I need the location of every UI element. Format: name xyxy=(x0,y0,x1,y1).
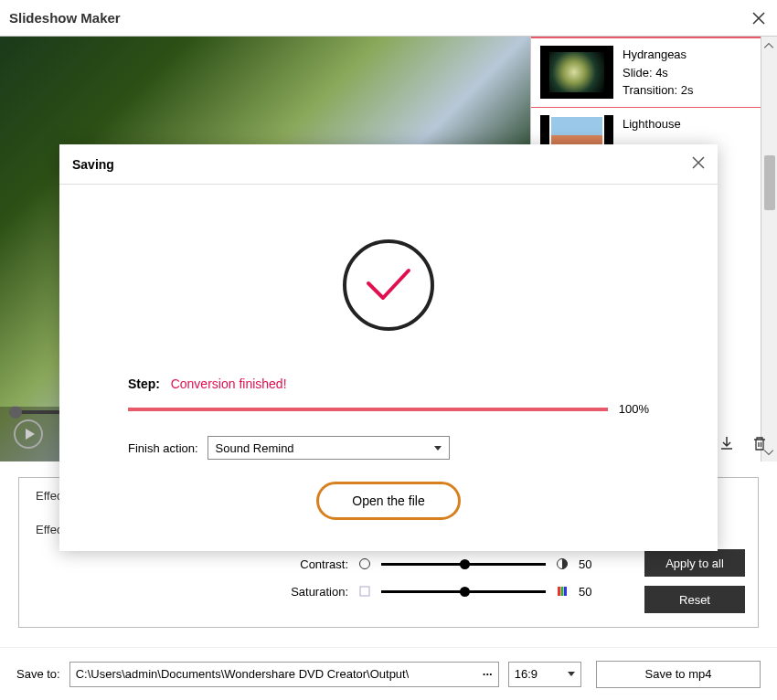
window-close-button[interactable] xyxy=(750,9,768,27)
success-check-icon xyxy=(343,239,434,331)
slide-item[interactable]: Hydrangeas Slide: 4s Transition: 2s xyxy=(531,38,777,108)
apply-to-all-button[interactable]: Apply to all xyxy=(644,549,745,577)
browse-more-icon[interactable]: ··· xyxy=(483,667,493,681)
saturation-max-icon xyxy=(555,584,569,599)
contrast-max-icon xyxy=(555,557,569,571)
saturation-slider[interactable] xyxy=(381,590,546,593)
close-icon xyxy=(752,12,765,25)
slide-name: Lighthouse xyxy=(623,115,681,133)
chevron-down-icon xyxy=(434,446,442,451)
bottom-bar: Save to: C:\Users\admin\Documents\Wonder… xyxy=(0,647,777,700)
finish-action-row: Finish action: Sound Remind xyxy=(128,436,649,460)
contrast-row: Contrast: 50 xyxy=(36,557,741,571)
slide-duration: Slide: 4s xyxy=(623,64,694,82)
step-label: Step: xyxy=(128,377,160,391)
output-path-text: C:\Users\admin\Documents\Wondershare DVD… xyxy=(76,667,410,681)
progress-row: 100% xyxy=(128,402,649,416)
play-icon xyxy=(26,429,35,440)
window-titlebar: Slideshow Maker xyxy=(0,0,777,37)
aspect-ratio-select[interactable]: 16:9 xyxy=(508,662,581,687)
open-file-button[interactable]: Open the file xyxy=(316,482,460,520)
play-button[interactable] xyxy=(14,419,43,449)
svg-rect-2 xyxy=(360,587,369,596)
progress-bar xyxy=(128,408,608,411)
window-title: Slideshow Maker xyxy=(9,10,121,26)
contrast-slider-thumb[interactable] xyxy=(460,559,470,569)
step-row: Step: Conversion finished! xyxy=(128,377,649,391)
dialog-header: Saving xyxy=(59,144,718,185)
slide-meta: Lighthouse xyxy=(623,115,681,133)
dialog-close-button[interactable] xyxy=(692,156,705,173)
finish-action-label: Finish action: xyxy=(128,441,198,455)
saturation-value: 50 xyxy=(579,585,604,599)
saturation-slider-thumb[interactable] xyxy=(460,587,470,597)
saturation-row: Saturation: 50 xyxy=(36,584,741,599)
contrast-slider[interactable] xyxy=(381,563,546,566)
dialog-title: Saving xyxy=(72,157,114,172)
progress-percent: 100% xyxy=(619,402,649,416)
slide-meta: Hydrangeas Slide: 4s Transition: 2s xyxy=(623,46,694,100)
finish-action-select[interactable]: Sound Remind xyxy=(208,436,450,460)
chevron-down-icon xyxy=(568,672,575,676)
contrast-value: 50 xyxy=(579,557,604,571)
save-to-mp4-button[interactable]: Save to mp4 xyxy=(596,661,761,688)
contrast-label: Contrast: xyxy=(280,557,348,571)
slide-name: Hydrangeas xyxy=(623,46,694,64)
download-icon[interactable] xyxy=(718,435,735,451)
close-icon xyxy=(692,156,705,169)
svg-point-0 xyxy=(360,559,370,569)
sidebar-scrollbar[interactable] xyxy=(761,37,777,461)
svg-rect-4 xyxy=(561,587,564,596)
finish-action-value: Sound Remind xyxy=(216,441,294,455)
svg-rect-3 xyxy=(558,587,560,596)
slide-thumbnail xyxy=(540,46,613,99)
contrast-min-icon xyxy=(357,557,372,571)
trash-icon[interactable] xyxy=(751,435,768,451)
toolbar-icons xyxy=(718,425,768,461)
save-to-label: Save to: xyxy=(16,667,60,681)
scroll-up-icon[interactable] xyxy=(763,40,774,51)
step-value: Conversion finished! xyxy=(171,377,287,391)
saturation-min-icon xyxy=(357,584,372,599)
output-path-input[interactable]: C:\Users\admin\Documents\Wondershare DVD… xyxy=(69,662,499,687)
saving-dialog: Saving Step: Conversion finished! 100% F… xyxy=(59,144,718,551)
slide-transition: Transition: 2s xyxy=(623,81,694,100)
saturation-label: Saturation: xyxy=(280,585,348,599)
aspect-ratio-value: 16:9 xyxy=(515,667,538,681)
reset-button[interactable]: Reset xyxy=(644,586,745,613)
scrollbar-thumb[interactable] xyxy=(764,155,775,210)
svg-rect-5 xyxy=(564,587,567,596)
